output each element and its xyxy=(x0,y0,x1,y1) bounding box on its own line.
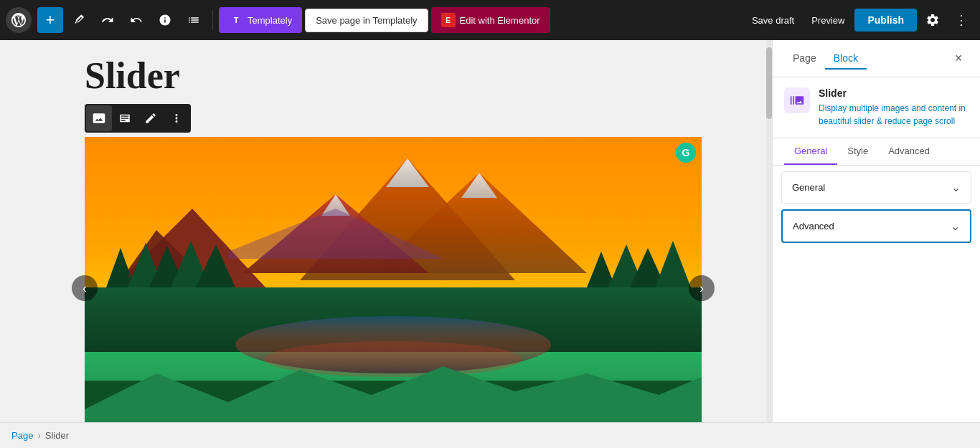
elementor-icon: E xyxy=(441,13,456,27)
grammarly-icon: G xyxy=(676,143,696,163)
publish-button[interactable]: Publish xyxy=(854,9,917,32)
redo-button[interactable] xyxy=(123,7,149,33)
templately-button[interactable]: T Templately xyxy=(219,7,302,33)
accordion-general: General ⌄ xyxy=(781,171,971,204)
wp-logo[interactable] xyxy=(6,7,32,33)
info-button[interactable] xyxy=(152,7,178,33)
accordion-advanced: Advanced ⌄ xyxy=(781,209,971,243)
block-info-text: Slider Display multiple images and conte… xyxy=(819,87,969,128)
block-toolbar-more-btn[interactable] xyxy=(164,105,189,131)
block-toolbar-image-btn[interactable] xyxy=(86,105,112,131)
slider-image xyxy=(85,137,702,422)
carousel-next-button[interactable]: › xyxy=(689,275,715,301)
accordion-general-label: General xyxy=(792,182,825,193)
block-title: Slider xyxy=(819,87,969,99)
breadcrumb-page-link[interactable]: Page xyxy=(11,430,33,441)
breadcrumb-current: Slider xyxy=(45,430,69,441)
panel-tab-general[interactable]: General xyxy=(784,138,837,165)
sidebar-scroll-area: General ⌄ Advanced ⌄ xyxy=(773,166,980,422)
brush-icon-btn[interactable] xyxy=(66,7,92,33)
sidebar-close-button[interactable]: × xyxy=(948,49,969,69)
edit-elementor-button[interactable]: E Edit with Elementor xyxy=(431,7,550,33)
tab-page[interactable]: Page xyxy=(784,48,825,70)
more-options-button[interactable]: ⋮ xyxy=(948,7,974,33)
panel-tab-advanced[interactable]: Advanced xyxy=(878,138,940,165)
block-toolbar-edit-btn[interactable] xyxy=(138,105,164,131)
settings-button[interactable] xyxy=(920,7,946,33)
list-view-button[interactable] xyxy=(181,7,207,33)
canvas-scrollbar[interactable] xyxy=(766,40,772,422)
add-block-button[interactable]: + xyxy=(37,7,63,33)
save-page-templately-button[interactable]: Save page in Templately xyxy=(305,9,428,32)
carousel-prev-button[interactable]: ‹ xyxy=(72,275,98,301)
canvas-inner: Slider G ‹ xyxy=(63,40,709,422)
breadcrumb-separator: › xyxy=(37,430,40,441)
accordion-advanced-arrow: ⌄ xyxy=(951,219,960,233)
templately-icon: T xyxy=(229,13,243,27)
undo-button[interactable] xyxy=(95,7,121,33)
right-sidebar: Page Block × Slider Display multiple ima… xyxy=(772,40,980,422)
slider-heading: Slider xyxy=(77,54,694,97)
accordion-general-arrow: ⌄ xyxy=(951,181,961,194)
tab-block[interactable]: Block xyxy=(825,48,867,70)
slider-container: G ‹ xyxy=(85,137,702,422)
canvas-scrollbar-thumb xyxy=(766,47,772,119)
breadcrumb: Page › Slider xyxy=(0,422,980,448)
editor-canvas: Slider G ‹ xyxy=(0,40,772,422)
save-draft-button[interactable]: Save draft xyxy=(745,9,801,32)
panel-tab-style[interactable]: Style xyxy=(837,138,878,165)
block-description: Display multiple images and content in b… xyxy=(819,102,969,128)
sidebar-tabs: Page Block xyxy=(784,48,867,70)
panel-tabs: General Style Advanced xyxy=(773,138,980,166)
sidebar-header: Page Block × xyxy=(773,40,980,77)
block-toolbar-align-btn[interactable] xyxy=(112,105,138,131)
block-info: Slider Display multiple images and conte… xyxy=(773,77,980,138)
accordion-general-header[interactable]: General ⌄ xyxy=(782,172,971,203)
separator-1 xyxy=(212,10,213,30)
accordion-advanced-label: Advanced xyxy=(793,221,834,232)
main-area: Slider G ‹ xyxy=(0,40,980,422)
block-slider-icon xyxy=(784,87,810,113)
main-toolbar: + T Templately Save page in Templately E… xyxy=(0,0,980,40)
block-toolbar xyxy=(85,104,191,133)
accordion-advanced-header[interactable]: Advanced ⌄ xyxy=(783,211,970,242)
preview-button[interactable]: Preview xyxy=(804,9,852,32)
